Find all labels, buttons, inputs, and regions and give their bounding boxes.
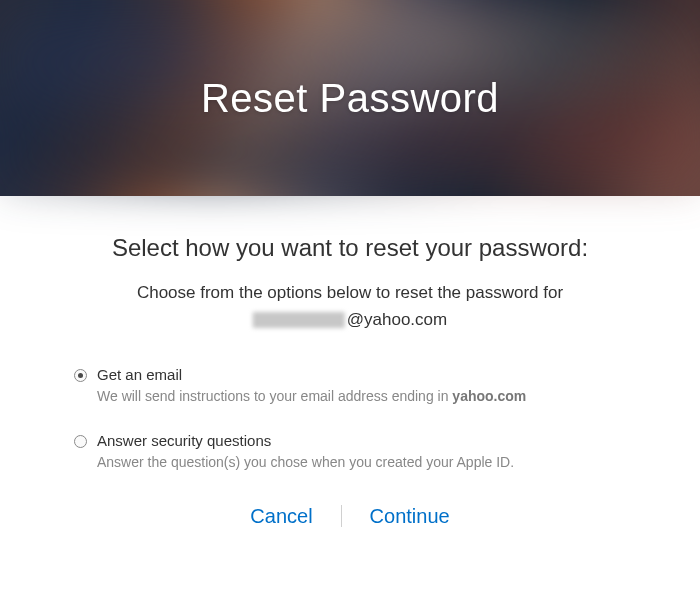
action-bar: Cancel Continue: [50, 499, 650, 534]
page-title: Reset Password: [201, 76, 499, 121]
option-title: Answer security questions: [97, 432, 642, 449]
email-line: @yahoo.com: [50, 310, 650, 330]
description-text: Choose from the options below to reset t…: [50, 280, 650, 306]
radio-icon[interactable]: [74, 435, 87, 448]
option-title: Get an email: [97, 366, 642, 383]
email-masked-portion: [253, 312, 345, 328]
option-desc-text: We will send instructions to your email …: [97, 388, 452, 404]
option-get-email[interactable]: Get an email We will send instructions t…: [74, 366, 642, 407]
option-text: Get an email We will send instructions t…: [97, 366, 642, 407]
radio-icon[interactable]: [74, 369, 87, 382]
option-description: Answer the question(s) you chose when yo…: [97, 453, 642, 473]
subheading: Select how you want to reset your passwo…: [50, 234, 650, 262]
option-description: We will send instructions to your email …: [97, 387, 642, 407]
content-area: Select how you want to reset your passwo…: [0, 196, 700, 534]
options-group: Get an email We will send instructions t…: [50, 366, 650, 473]
option-desc-text: Answer the question(s) you chose when yo…: [97, 454, 514, 470]
hero-banner: Reset Password: [0, 0, 700, 196]
option-text: Answer security questions Answer the que…: [97, 432, 642, 473]
email-suffix: @yahoo.com: [347, 310, 447, 329]
cancel-button[interactable]: Cancel: [222, 499, 340, 534]
option-desc-bold: yahoo.com: [452, 388, 526, 404]
option-security-questions[interactable]: Answer security questions Answer the que…: [74, 432, 642, 473]
continue-button[interactable]: Continue: [342, 499, 478, 534]
